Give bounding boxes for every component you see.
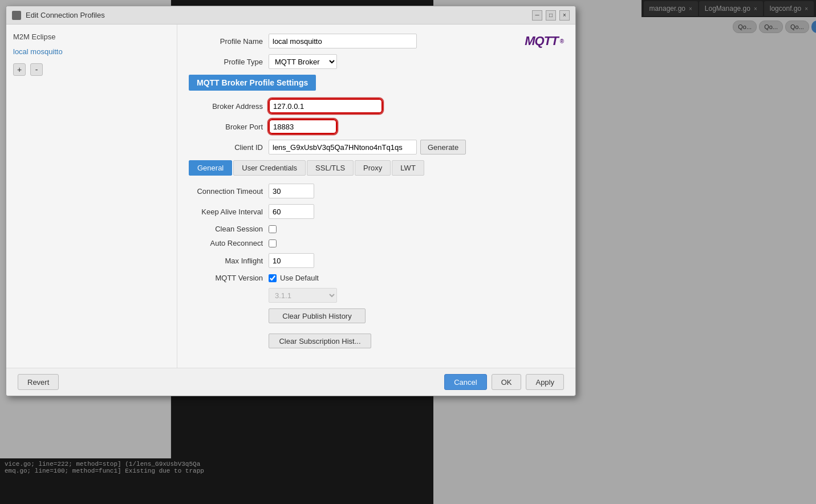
dialog-title: Edit Connection Profiles [12,11,105,20]
clean-session-label: Clean Session [189,225,269,233]
use-default-checkbox[interactable] [269,274,277,282]
clean-session-checkbox[interactable] [269,225,277,233]
connection-timeout-input[interactable] [269,184,314,198]
tabs-row: General User Credentials SSL/TLS Proxy L… [189,160,564,176]
client-id-input[interactable] [269,140,417,155]
section-header: MQTT Broker Profile Settings [189,75,316,91]
clear-subscription-row: Clear Subscription Hist... [189,334,564,353]
max-inflight-label: Max Inflight [189,257,269,265]
revert-button[interactable]: Revert [18,374,59,390]
clear-publish-row: Clear Publish History [189,308,564,328]
tab-general[interactable]: General [189,160,232,176]
client-id-label: Client ID [189,143,269,152]
dialog-left-controls: + - [6,59,177,80]
connection-timeout-row: Connection Timeout [189,184,564,198]
cancel-button[interactable]: Cancel [444,374,486,390]
mqtt-version-label: MQTT Version [189,274,269,282]
mqtt-version-row: MQTT Version Use Default [189,274,564,282]
auto-reconnect-row: Auto Reconnect [189,239,564,247]
mqtt-logo-text: MQTT [525,34,558,48]
broker-address-row: Broker Address [189,99,564,113]
client-id-row: Client ID Generate [189,140,564,155]
dialog-controls: ─ □ × [532,10,570,21]
keep-alive-label: Keep Alive Interval [189,208,269,216]
tab-ssl-tls[interactable]: SSL/TLS [307,160,354,176]
clean-session-row: Clean Session [189,225,564,233]
generate-button[interactable]: Generate [420,140,466,155]
dialog-maximize-button[interactable]: □ [546,10,556,21]
mqtt-version-select-row: 3.1.1 [189,288,564,303]
dialog-overlay: Edit Connection Profiles ─ □ × M2M Eclip… [0,0,816,504]
broker-address-input[interactable] [269,99,383,113]
dialog-left-header: M2M Eclipse [6,29,177,44]
clear-publish-history-button[interactable]: Clear Publish History [269,308,366,323]
tab-user-credentials[interactable]: User Credentials [233,160,306,176]
edit-connection-profiles-dialog: Edit Connection Profiles ─ □ × M2M Eclip… [6,6,576,396]
dialog-left-item-local-mosquitto[interactable]: local mosquitto [6,44,177,59]
auto-reconnect-label: Auto Reconnect [189,239,269,247]
dialog-titlebar: Edit Connection Profiles ─ □ × [6,6,575,25]
broker-port-label: Broker Port [189,123,269,131]
tab-lwt[interactable]: LWT [392,160,424,176]
profile-name-row: Profile Name MQTT ® [189,34,564,48]
max-inflight-input[interactable] [269,253,314,268]
broker-port-row: Broker Port [189,119,564,134]
dialog-title-text: Edit Connection Profiles [26,11,105,19]
dialog-left-panel: M2M Eclipse local mosquitto + - [6,25,177,368]
auto-reconnect-checkbox[interactable] [269,239,277,247]
tab-proxy[interactable]: Proxy [355,160,391,176]
dialog-remove-profile-button[interactable]: - [30,63,43,76]
ok-button[interactable]: OK [492,374,522,390]
keep-alive-row: Keep Alive Interval [189,204,564,219]
mqtt-logo-suffix: ® [560,38,564,44]
dialog-footer: Revert Cancel OK Apply [6,368,575,396]
profile-type-select[interactable]: MQTT Broker MQTT Bridge [269,54,337,69]
connection-timeout-label: Connection Timeout [189,187,269,196]
dialog-right-panel: Profile Name MQTT ® Profile Type MQTT Br… [177,25,575,368]
profile-type-row: Profile Type MQTT Broker MQTT Bridge [189,54,564,69]
keep-alive-input[interactable] [269,204,314,219]
profile-name-input[interactable] [269,34,417,48]
clear-subscription-history-button[interactable]: Clear Subscription Hist... [269,334,371,348]
mqtt-version-select[interactable]: 3.1.1 [269,288,337,303]
profile-name-label: Profile Name [189,37,269,46]
dialog-title-icon [12,11,21,20]
profile-type-label: Profile Type [189,58,269,66]
broker-port-input[interactable] [269,119,337,134]
dialog-close-button[interactable]: × [559,10,570,21]
dialog-minimize-button[interactable]: ─ [532,10,542,21]
dialog-body: M2M Eclipse local mosquitto + - Profile … [6,25,575,368]
mqtt-logo-area: MQTT ® [525,34,564,48]
apply-button[interactable]: Apply [526,374,564,390]
max-inflight-row: Max Inflight [189,253,564,268]
broker-address-label: Broker Address [189,102,269,111]
dialog-add-profile-button[interactable]: + [13,63,26,76]
use-default-label: Use Default [280,274,319,282]
